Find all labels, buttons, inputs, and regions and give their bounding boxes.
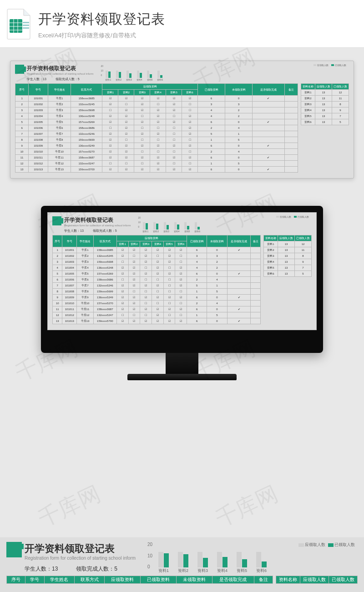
table-row: 8101008千库8159xxxx5699 ☑☐☐☐☐☐ 15 — [15, 137, 298, 143]
table-row: 6101006千库6158xxxx3686 ☐☑☐☐☐☑ 24 — [53, 277, 261, 283]
bar-chart: 应领取人数 已领取人数 20100 资料1 资料2 — [133, 216, 312, 233]
table-row: 资料6135 — [264, 271, 312, 277]
table-row: 4101004千库4136xxxx5248 ☑☑☐☑☐☑ 42 — [15, 113, 298, 119]
table-row: 11101011千库11158xxxx3687 ☑☑☑☑☑☑ 60✔ — [53, 306, 261, 312]
table-row: 资料11312 — [264, 241, 312, 247]
watermark: 千库网 — [211, 480, 283, 534]
table-row: 资料5137 — [301, 113, 349, 119]
sheet-logo-icon — [6, 542, 22, 557]
main-table: 序号学号 学生姓名联系方式 应领取资料 已领取资料未领取资料 是否领取完成备注 … — [52, 235, 261, 324]
main-table: 序号学号 学生姓名联系方式 应领取资料 已领取资料未领取资料 是否领取完成备注 … — [15, 83, 298, 173]
table-row: 7101007千库7132xxxx5246 ☑☑☑☑☐☑ 51 — [53, 283, 261, 289]
complete-count: 领取完成人数：5 — [76, 565, 117, 573]
table-row: 7101007千库7132xxxx5246 ☑☑☑☑☐☑ 51 — [15, 131, 298, 137]
table-row: 资料21311 — [301, 96, 349, 102]
student-count: 学生人数：13 — [25, 565, 58, 573]
sheet-subtitle: Registration form for collection of star… — [27, 72, 93, 75]
table-row: 3101003千库3159xxxx5698 ☐☑☑☑☑☐ 42 — [53, 259, 261, 265]
table-row: 资料21311 — [264, 247, 312, 253]
table-row: 6101006千库6158xxxx3686 ☐☑☐☐☐☑ 24 — [15, 125, 298, 131]
table-row: 1101001千库1158xxxx3685 ☑☑☑☑☑☑ 60✔ — [53, 247, 261, 253]
page-title: 开学资料领取登记表 — [38, 10, 352, 29]
summary-table: 资料名称应领取人数已领取人数 资料11312资料21311资料3138资料413… — [263, 235, 312, 277]
table-row: 资料4139 — [264, 259, 312, 265]
sheet-title: 开学资料领取登记表 — [27, 65, 93, 72]
table-row: 11101011千库11158xxxx3687 ☑☑☑☑☑☑ 60✔ — [15, 155, 298, 161]
table-row: 13101013千库13159xxxx5700 ☑☑☑☑☑☑ 60✔ — [53, 318, 261, 324]
summary-table: 资料名称应领取人数已领取人数 — [276, 576, 358, 584]
table-row: 资料11312 — [301, 90, 349, 96]
sheet-logo-icon — [52, 216, 61, 225]
complete-count: 领取完成人数：5 — [56, 77, 80, 82]
monitor-frame: 开学资料领取登记表 Registration form for collecti… — [41, 206, 323, 353]
table-row: 2101002千库2132xxxx5245 ☑☐☑☐☑☐ 33 — [53, 253, 261, 259]
student-count: 学生人数：13 — [27, 77, 46, 82]
table-row: 12101012千库12132xxxx5247 ☐☐☐☑☐☐ 15 — [15, 161, 298, 167]
table-row: 资料5137 — [264, 265, 312, 271]
sheet-title: 开学资料领取登记表 — [64, 216, 131, 224]
table-row: 8101008千库8159xxxx5699 ☑☐☐☐☐☐ 15 — [53, 289, 261, 295]
bar-chart: 应领取人数 已领取人数 20100 资料1 资料2 — [138, 542, 358, 574]
legend-got: 已领取人数 — [335, 64, 346, 66]
monitor-base — [127, 374, 237, 380]
main-table: 序号学号 学生姓名联系方式 应领取资料 已领取资料未领取资料 是否领取完成备注 — [6, 576, 273, 584]
table-row: 4101004千库4136xxxx5248 ☑☑☐☑☐☑ 42 — [53, 265, 261, 271]
table-row: 3101003千库3159xxxx5698 ☐☑☑☑☑☐ 42 — [15, 107, 298, 113]
legend-got: 已领取人数 — [298, 215, 309, 218]
table-row: 10101010千库10157xxxx5270 ☑☑☐☐☐☐ 24 — [53, 301, 261, 306]
table-row: 2101002千库2132xxxx5245 ☑☐☑☐☑☐ 33 — [15, 102, 298, 107]
table-row: 5101005千库5157xxxx5269 ☑☑☑☑☑☑ 60✔ — [15, 119, 298, 125]
sheet-title: 开学资料领取登记表 — [25, 542, 136, 556]
table-row: 9101009千库9136xxxx5249 ☑☑☑☑☑☑ 60✔ — [15, 143, 298, 149]
table-row: 资料3138 — [301, 102, 349, 107]
table-row: 1101001千库1158xxxx3685 ☑☑☑☑☑☑ 60✔ — [15, 96, 298, 102]
summary-table: 资料名称应领取人数已领取人数 资料11312资料21311资料3138资料413… — [301, 83, 349, 125]
table-row: 资料4139 — [301, 107, 349, 113]
sheet-subtitle: Registration form for collection of star… — [25, 556, 136, 561]
legend-should: 应领取人数 — [280, 215, 291, 218]
table-row: 5101005千库5157xxxx5269 ☑☑☑☑☑☑ 60✔ — [53, 271, 261, 277]
sheet-logo-icon — [15, 65, 24, 74]
sheet-subtitle: Registration form for collection of star… — [64, 224, 131, 227]
svg-rect-7 — [23, 25, 29, 26]
table-row: 资料6135 — [301, 119, 349, 125]
page-subtitle: Excel/A4打印/内容随意修改/自带格式 — [38, 31, 352, 40]
bar-chart: 应领取人数 已领取人数 20100 资料1 资料2 — [96, 65, 349, 81]
svg-rect-8 — [23, 27, 29, 29]
legend-should: 应领取人数 — [317, 64, 329, 66]
table-row: 13101013千库13159xxxx5700 ☑☑☑☑☑☑ 60✔ — [15, 167, 298, 173]
student-count: 学生人数：13 — [64, 229, 84, 233]
page-header: 开学资料领取登记表 Excel/A4打印/内容随意修改/自带格式 — [0, 0, 364, 48]
legend-should: 应领取人数 — [305, 542, 325, 548]
complete-count: 领取完成人数：5 — [93, 229, 117, 233]
svg-rect-6 — [23, 22, 29, 23]
preview-card: 开学资料领取登记表 Registration form for collecti… — [10, 61, 354, 179]
excel-file-icon — [6, 8, 32, 40]
table-row: 10101010千库10157xxxx5270 ☑☑☐☐☐☐ 24 — [15, 149, 298, 155]
monitor-stand — [166, 353, 198, 374]
zoom-strip: 开学资料领取登记表 Registration form for collecti… — [0, 537, 364, 592]
svg-rect-0 — [10, 19, 22, 33]
table-row: 12101012千库12132xxxx5247 ☐☐☐☑☐☐ 15 — [53, 312, 261, 318]
legend-got: 已领取人数 — [334, 542, 355, 548]
table-row: 资料3138 — [264, 253, 312, 259]
watermark: 千库网 — [33, 480, 105, 534]
table-row: 9101009千库9136xxxx5249 ☑☑☑☑☑☑ 60✔ — [53, 295, 261, 301]
